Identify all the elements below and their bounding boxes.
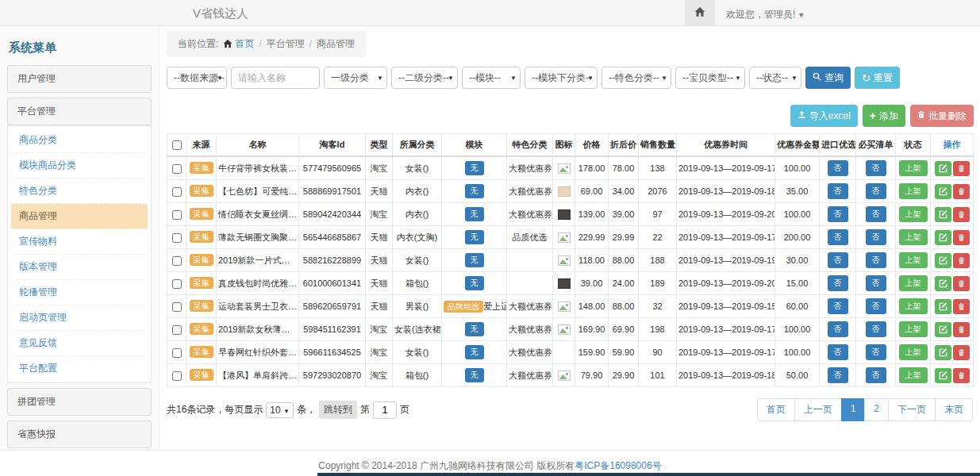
category1-select[interactable]: 一级分类▼ xyxy=(324,67,387,89)
import-select-toggle[interactable]: 否 xyxy=(828,206,848,222)
import-select-toggle[interactable]: 否 xyxy=(828,229,848,245)
row-checkbox[interactable] xyxy=(172,187,182,197)
sidebar-item[interactable]: 启动页管理 xyxy=(11,305,148,331)
must-buy-toggle[interactable]: 否 xyxy=(866,183,886,199)
must-buy-toggle[interactable]: 否 xyxy=(866,252,886,268)
status-toggle[interactable]: 上架 xyxy=(899,252,928,268)
sidebar-group[interactable]: 省惠快报 xyxy=(7,420,152,448)
row-checkbox[interactable] xyxy=(172,302,182,312)
edit-button[interactable] xyxy=(935,368,951,383)
home-button[interactable] xyxy=(685,0,715,25)
search-button[interactable]: 查询 xyxy=(805,67,851,89)
sidebar-item[interactable]: 宣传物料 xyxy=(11,229,148,255)
edit-button[interactable] xyxy=(935,345,951,360)
row-checkbox[interactable] xyxy=(172,348,182,358)
must-buy-toggle[interactable]: 否 xyxy=(866,160,886,176)
module-select[interactable]: --模块--▼ xyxy=(462,67,521,89)
sidebar-group[interactable]: 用户管理 xyxy=(7,65,152,93)
row-checkbox[interactable] xyxy=(172,279,182,289)
sidebar-item[interactable]: 版本管理 xyxy=(11,255,148,280)
data-source-select[interactable]: --数据来源--▼ xyxy=(167,67,227,89)
import-select-toggle[interactable]: 否 xyxy=(828,252,848,268)
delete-button[interactable] xyxy=(953,161,970,176)
delete-button[interactable] xyxy=(953,230,970,245)
delete-button[interactable] xyxy=(953,299,970,314)
edit-button[interactable] xyxy=(935,322,951,337)
page-button[interactable]: 首页 xyxy=(757,398,795,421)
jump-page-input[interactable] xyxy=(373,401,397,419)
row-checkbox[interactable] xyxy=(172,325,182,335)
delete-button[interactable] xyxy=(953,276,970,291)
edit-button[interactable] xyxy=(935,299,951,314)
delete-button[interactable] xyxy=(953,322,970,337)
user-menu[interactable]: 欢迎您，管理员!▼ xyxy=(726,8,805,21)
row-checkbox[interactable] xyxy=(172,256,182,266)
must-buy-toggle[interactable]: 否 xyxy=(866,367,886,383)
module-sub-select[interactable]: --模块下分类--▼ xyxy=(525,67,598,89)
delete-button[interactable] xyxy=(953,345,970,360)
breadcrumb-item[interactable]: 平台管理 xyxy=(267,38,305,49)
page-button[interactable]: 2 xyxy=(864,398,889,421)
sidebar-item[interactable]: 模块商品分类 xyxy=(11,153,148,178)
name-search-input[interactable] xyxy=(231,67,320,89)
item-type-select[interactable]: --宝贝类型--▼ xyxy=(675,67,745,89)
row-checkbox[interactable] xyxy=(172,210,182,220)
must-buy-toggle[interactable]: 否 xyxy=(866,229,886,245)
delete-button[interactable] xyxy=(953,207,970,222)
edit-button[interactable] xyxy=(935,161,951,176)
category2-select[interactable]: --二级分类--▼ xyxy=(391,67,458,89)
must-buy-toggle[interactable]: 否 xyxy=(866,298,886,314)
status-toggle[interactable]: 上架 xyxy=(899,344,928,360)
must-buy-toggle[interactable]: 否 xyxy=(866,344,886,360)
must-buy-toggle[interactable]: 否 xyxy=(866,275,886,291)
icp-link[interactable]: 粤ICP备16098006号 xyxy=(575,460,661,471)
import-select-toggle[interactable]: 否 xyxy=(828,183,848,199)
sidebar-group[interactable]: 平台管理 xyxy=(7,98,152,125)
import-select-toggle[interactable]: 否 xyxy=(828,344,848,360)
status-toggle[interactable]: 上架 xyxy=(899,206,928,222)
status-toggle[interactable]: 上架 xyxy=(899,321,928,337)
delete-button[interactable] xyxy=(953,184,970,199)
status-select[interactable]: --状态--▼ xyxy=(749,67,801,89)
sidebar-item[interactable]: 特色分类 xyxy=(11,178,148,204)
row-checkbox[interactable] xyxy=(172,371,182,381)
import-select-toggle[interactable]: 否 xyxy=(828,367,848,383)
sidebar-item[interactable]: 商品分类 xyxy=(11,128,148,153)
page-button[interactable]: 下一页 xyxy=(888,398,936,421)
page-button[interactable]: 1 xyxy=(841,398,866,421)
jump-button[interactable]: 跳转到 xyxy=(319,401,357,419)
sidebar-item[interactable]: 平台配置 xyxy=(11,356,148,381)
status-toggle[interactable]: 上架 xyxy=(899,298,928,314)
edit-button[interactable] xyxy=(935,276,951,291)
edit-button[interactable] xyxy=(935,253,951,268)
reset-button[interactable]: ↻ 重置 xyxy=(855,67,900,89)
edit-button[interactable] xyxy=(935,230,951,245)
edit-button[interactable] xyxy=(935,207,951,222)
import-select-toggle[interactable]: 否 xyxy=(828,160,848,176)
page-button[interactable]: 上一页 xyxy=(794,398,842,421)
delete-button[interactable] xyxy=(953,368,970,383)
import-select-toggle[interactable]: 否 xyxy=(828,298,848,314)
status-toggle[interactable]: 上架 xyxy=(899,367,928,383)
status-toggle[interactable]: 上架 xyxy=(899,229,928,245)
delete-button[interactable] xyxy=(953,253,970,268)
status-toggle[interactable]: 上架 xyxy=(899,160,928,176)
sidebar-item[interactable]: 意见反馈 xyxy=(11,331,148,356)
sidebar-group[interactable]: 拼团管理 xyxy=(7,388,152,416)
status-toggle[interactable]: 上架 xyxy=(899,275,928,291)
breadcrumb-home-link[interactable]: 首页 xyxy=(235,38,254,49)
select-all-checkbox[interactable] xyxy=(172,140,182,150)
edit-button[interactable] xyxy=(935,184,951,199)
must-buy-toggle[interactable]: 否 xyxy=(866,321,886,337)
import-select-toggle[interactable]: 否 xyxy=(828,275,848,291)
status-toggle[interactable]: 上架 xyxy=(899,183,928,199)
add-button[interactable]: + 添加 xyxy=(863,105,905,127)
import-select-toggle[interactable]: 否 xyxy=(828,321,848,337)
row-checkbox[interactable] xyxy=(172,233,182,243)
batch-delete-button[interactable]: 批量删除 xyxy=(910,105,974,127)
feature-category-select[interactable]: --特色分类--▼ xyxy=(601,67,671,89)
sidebar-item[interactable]: 轮播管理 xyxy=(11,280,148,305)
page-button[interactable]: 末页 xyxy=(935,398,973,421)
must-buy-toggle[interactable]: 否 xyxy=(866,206,886,222)
import-excel-button[interactable]: 导入excel xyxy=(790,105,858,127)
